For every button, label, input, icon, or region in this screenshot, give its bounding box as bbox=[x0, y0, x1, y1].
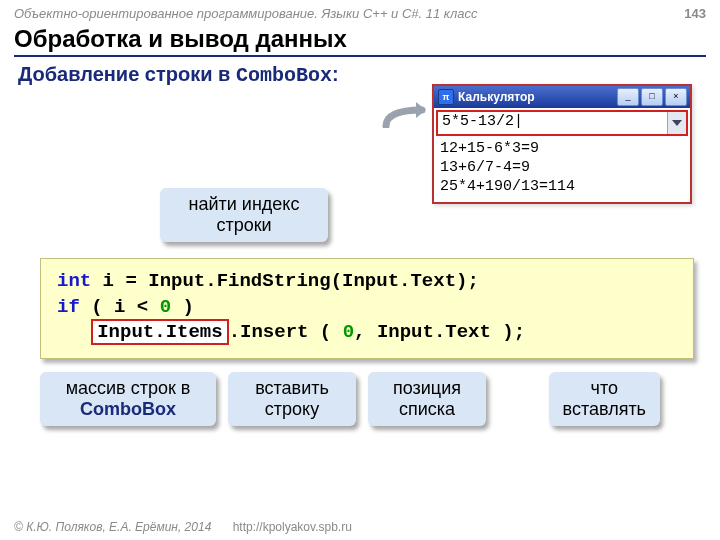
callout-insert: вставить строку bbox=[228, 372, 356, 426]
kw-int: int bbox=[57, 270, 91, 292]
page-number: 143 bbox=[684, 6, 706, 21]
callout-line: списка bbox=[382, 399, 472, 420]
code-highlight-box: Input.Items bbox=[91, 319, 228, 345]
callout-line: вставлять bbox=[563, 399, 646, 420]
code-block: int i = Input.FindString(Input.Text); if… bbox=[40, 258, 694, 359]
combobox-value: 5*5-13/2 bbox=[442, 113, 514, 130]
header-strip: Объектно-ориентированное программировани… bbox=[0, 0, 720, 23]
combobox-dropdown-button[interactable] bbox=[667, 112, 686, 134]
combobox-input[interactable]: 5*5-13/2| bbox=[438, 112, 667, 134]
code-text: ) bbox=[171, 296, 194, 318]
code-text: ( i < bbox=[80, 296, 160, 318]
code-text: .Insert ( bbox=[229, 321, 343, 343]
app-icon: π bbox=[438, 89, 454, 105]
calculator-window: π Калькулятор _ □ × 5*5-13/2| 12+15-6*3=… bbox=[432, 84, 692, 204]
arrow-icon bbox=[380, 100, 428, 128]
combobox[interactable]: 5*5-13/2| bbox=[436, 110, 688, 136]
callout-line: позиция bbox=[382, 378, 472, 399]
callout-line: вставить bbox=[242, 378, 342, 399]
callout-position: позиция списка bbox=[368, 372, 486, 426]
minimize-button[interactable]: _ bbox=[617, 88, 639, 106]
page-title: Обработка и вывод данных bbox=[14, 25, 706, 57]
maximize-button[interactable]: □ bbox=[641, 88, 663, 106]
code-text: , Input.Text ); bbox=[354, 321, 525, 343]
code-num: 0 bbox=[160, 296, 171, 318]
course-label: Объектно-ориентированное программировани… bbox=[14, 6, 478, 21]
text-caret: | bbox=[514, 113, 523, 130]
subtitle-prefix: Добавление строки в bbox=[18, 63, 236, 85]
history-list: 12+15-6*3=9 13+6/7-4=9 25*4+190/13=114 bbox=[434, 138, 690, 202]
kw-if: if bbox=[57, 296, 80, 318]
bottom-callout-row: массив строк в ComboBox вставить строку … bbox=[40, 372, 660, 426]
callout-items-array: массив строк в ComboBox bbox=[40, 372, 216, 426]
callout-emph: ComboBox bbox=[54, 399, 202, 420]
subtitle-mono: ComboBox bbox=[236, 64, 332, 87]
subtitle-suffix: : bbox=[332, 63, 339, 85]
callout-text: найти индекс строки bbox=[189, 194, 300, 235]
callout-find-index: найти индекс строки bbox=[160, 188, 328, 242]
callout-line: массив строк в bbox=[54, 378, 202, 399]
callout-line: что bbox=[563, 378, 646, 399]
code-text bbox=[57, 321, 91, 343]
chevron-down-icon bbox=[672, 120, 682, 126]
code-num: 0 bbox=[343, 321, 354, 343]
code-text: i = Input.FindString(Input.Text); bbox=[91, 270, 479, 292]
copyright: © К.Ю. Поляков, Е.А. Ерёмин, 2014 bbox=[14, 520, 211, 534]
callout-line: строку bbox=[242, 399, 342, 420]
footer: © К.Ю. Поляков, Е.А. Ерёмин, 2014 http:/… bbox=[14, 520, 352, 534]
footer-url: http://kpolyakov.spb.ru bbox=[233, 520, 352, 534]
callout-what-insert: что вставлять bbox=[549, 372, 660, 426]
history-item: 25*4+190/13=114 bbox=[440, 178, 684, 197]
history-item: 12+15-6*3=9 bbox=[440, 140, 684, 159]
history-item: 13+6/7-4=9 bbox=[440, 159, 684, 178]
close-button[interactable]: × bbox=[665, 88, 687, 106]
window-title: Калькулятор bbox=[458, 90, 615, 104]
titlebar[interactable]: π Калькулятор _ □ × bbox=[434, 86, 690, 108]
